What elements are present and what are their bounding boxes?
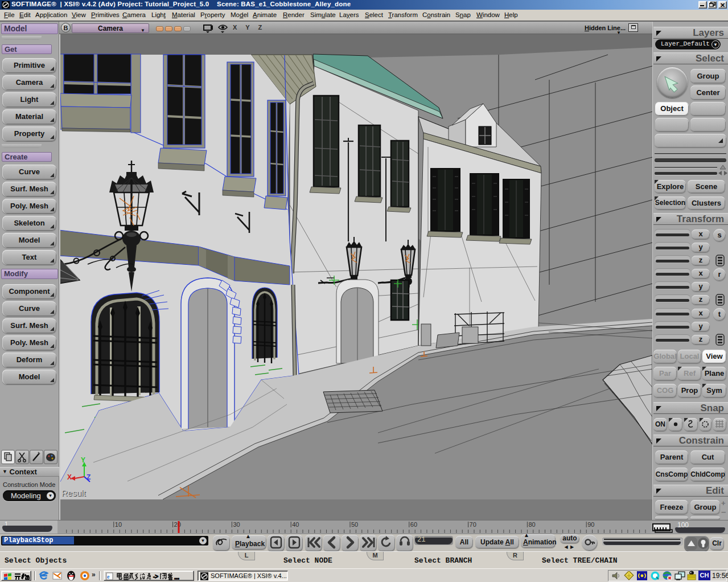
svg-text:60: 60 xyxy=(410,521,417,528)
svg-text:X: X xyxy=(67,473,72,481)
svg-text:Y: Y xyxy=(81,456,85,464)
svg-text:Result: Result xyxy=(61,488,86,498)
svg-text:->: -> xyxy=(153,573,158,580)
svg-text:...: ... xyxy=(174,573,179,580)
svg-text:10: 10 xyxy=(115,521,122,528)
svg-text:50: 50 xyxy=(351,521,358,528)
svg-text:30: 30 xyxy=(233,521,240,528)
svg-text:70: 70 xyxy=(470,521,476,528)
svg-text:Z: Z xyxy=(87,473,91,481)
svg-text:e: e xyxy=(107,573,110,580)
svg-text:40: 40 xyxy=(292,521,299,528)
svg-text:80: 80 xyxy=(528,521,535,528)
svg-text:20: 20 xyxy=(174,521,181,528)
svg-text:90: 90 xyxy=(587,521,594,528)
